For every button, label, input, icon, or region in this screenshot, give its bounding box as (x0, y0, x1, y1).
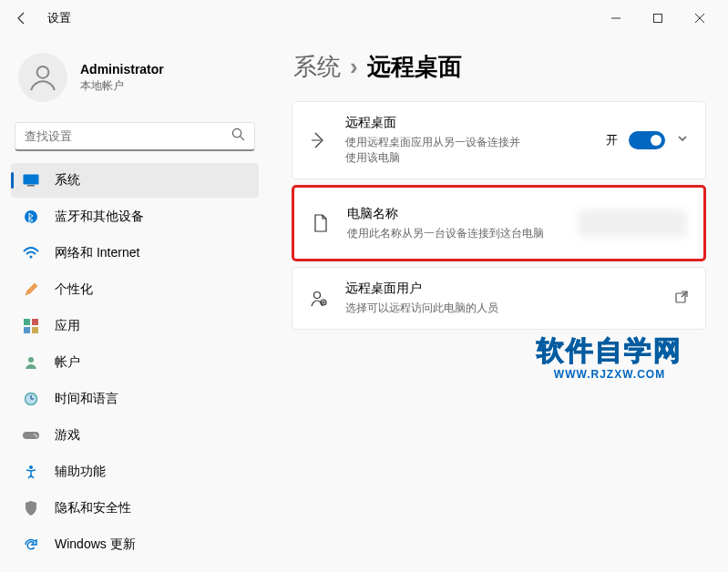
profile-block[interactable]: Administrator 本地帐户 (9, 46, 261, 118)
sidebar-item-personalize[interactable]: 个性化 (11, 272, 259, 307)
sidebar-item-label: 辅助功能 (55, 464, 106, 480)
accessibility-icon (22, 463, 40, 481)
sidebar-item-label: 帐户 (55, 354, 80, 371)
svg-point-23 (314, 291, 321, 298)
svg-rect-8 (27, 185, 35, 187)
remote-users-card[interactable]: 远程桌面用户 选择可以远程访问此电脑的人员 (292, 267, 706, 330)
card-subtitle: 选择可以远程访问此电脑的人员 (345, 301, 674, 316)
update-icon (22, 536, 40, 554)
remote-desktop-card[interactable]: 远程桌面 使用远程桌面应用从另一设备连接并使用该电脑 开 (292, 101, 706, 179)
sidebar-item-label: 应用 (55, 318, 80, 334)
breadcrumb-current: 远程桌面 (367, 51, 462, 83)
svg-point-5 (232, 128, 241, 137)
sidebar-item-time[interactable]: 时间和语言 (11, 382, 259, 416)
watermark-main: 软件自学网 (537, 332, 682, 370)
personalize-icon (22, 281, 40, 299)
sidebar-item-label: Windows 更新 (55, 536, 136, 553)
card-title: 远程桌面 (345, 115, 606, 131)
sidebar-item-label: 蓝牙和其他设备 (55, 209, 144, 225)
card-subtitle: 使用此名称从另一台设备连接到这台电脑 (347, 226, 578, 241)
svg-point-15 (28, 357, 34, 363)
document-icon (311, 214, 331, 232)
sidebar-item-label: 隐私和安全性 (55, 500, 131, 516)
minimize-button[interactable] (595, 4, 637, 33)
sidebar-item-accessibility[interactable]: 辅助功能 (11, 455, 259, 489)
sidebar-item-update[interactable]: Windows 更新 (11, 527, 259, 562)
apps-icon (22, 317, 40, 335)
search-icon (231, 128, 245, 145)
users-icon (309, 290, 329, 308)
back-button[interactable] (7, 4, 36, 33)
card-title: 电脑名称 (347, 206, 578, 222)
svg-point-4 (37, 66, 49, 78)
sidebar-item-label: 网络和 Internet (55, 245, 139, 261)
pc-name-value-blurred (578, 209, 687, 237)
remote-desktop-toggle[interactable] (629, 131, 665, 149)
sidebar-item-label: 时间和语言 (55, 391, 118, 407)
privacy-icon (22, 499, 40, 517)
profile-subtitle: 本地帐户 (80, 78, 164, 94)
card-title: 远程桌面用户 (345, 281, 674, 297)
breadcrumb: 系统 › 远程桌面 (293, 51, 706, 83)
external-link-icon[interactable] (674, 290, 689, 308)
sidebar-item-label: 个性化 (55, 281, 93, 298)
sidebar-item-network[interactable]: 网络和 Internet (11, 236, 259, 271)
sidebar-item-system[interactable]: 系统 (11, 163, 259, 198)
toggle-label: 开 (606, 132, 618, 148)
svg-point-21 (36, 435, 37, 437)
sidebar-item-privacy[interactable]: 隐私和安全性 (11, 491, 259, 526)
avatar-icon (18, 53, 67, 102)
chevron-down-icon[interactable] (676, 132, 689, 148)
svg-rect-14 (32, 327, 38, 333)
accounts-icon (22, 353, 40, 372)
sidebar-item-gaming[interactable]: 游戏 (11, 418, 259, 453)
chevron-right-icon: › (350, 53, 358, 81)
maximize-button[interactable] (637, 4, 679, 33)
close-button[interactable] (679, 4, 721, 33)
time-icon (22, 390, 40, 408)
network-icon (22, 244, 40, 262)
svg-point-10 (30, 256, 33, 259)
svg-rect-11 (24, 319, 30, 325)
profile-name: Administrator (80, 62, 164, 77)
svg-line-6 (241, 137, 244, 140)
watermark-sub: WWW.RJZXW.COM (537, 368, 682, 381)
gaming-icon (22, 426, 40, 444)
search-input[interactable] (25, 129, 231, 143)
card-subtitle: 使用远程桌面应用从另一设备连接并使用该电脑 (345, 135, 528, 166)
watermark: 软件自学网 WWW.RJZXW.COM (537, 332, 682, 381)
pc-name-card[interactable]: 电脑名称 使用此名称从另一台设备连接到这台电脑 (292, 185, 706, 262)
svg-rect-12 (32, 319, 38, 325)
search-box[interactable] (15, 122, 255, 151)
sidebar-item-bluetooth[interactable]: 蓝牙和其他设备 (11, 199, 259, 234)
svg-point-22 (29, 465, 33, 469)
breadcrumb-parent[interactable]: 系统 (293, 51, 341, 83)
remote-desktop-icon (309, 131, 329, 149)
sidebar-item-label: 系统 (55, 172, 80, 189)
svg-point-20 (34, 434, 36, 435)
bluetooth-icon (22, 208, 40, 226)
svg-rect-19 (23, 432, 39, 439)
system-icon (22, 171, 40, 189)
svg-rect-13 (24, 327, 30, 333)
svg-rect-1 (654, 15, 662, 23)
svg-rect-7 (24, 175, 39, 185)
sidebar-item-apps[interactable]: 应用 (11, 309, 259, 343)
window-title: 设置 (47, 10, 71, 26)
sidebar-item-accounts[interactable]: 帐户 (11, 345, 259, 380)
sidebar-item-label: 游戏 (55, 427, 80, 444)
